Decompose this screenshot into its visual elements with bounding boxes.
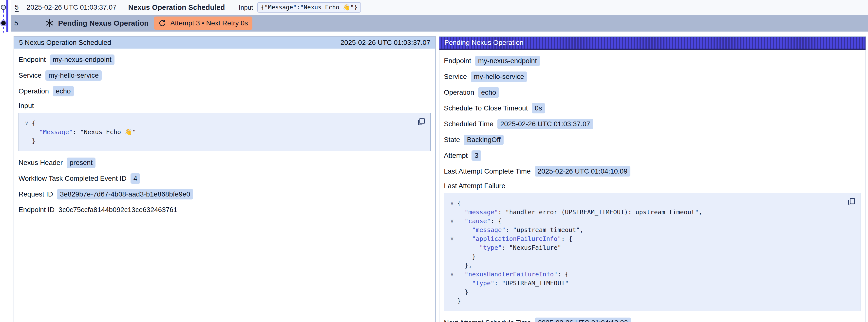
- field-input: Input ∨ { "Message": "Nexus Echo 👋" }: [19, 102, 431, 151]
- field-value-badge: 2025-02-26 UTC 01:04:13.93: [535, 318, 631, 322]
- copy-icon[interactable]: [847, 197, 856, 206]
- retry-badge-label: Attempt 3 • Next Retry 0s: [170, 19, 248, 27]
- pending-asterisk-icon: [45, 19, 54, 28]
- event-detail-panels: 5 Nexus Operation Scheduled 2025-02-26 U…: [13, 36, 866, 322]
- event-detail-header: 5 Nexus Operation Scheduled 2025-02-26 U…: [14, 37, 435, 49]
- collapse-toggle-icon[interactable]: ∨: [447, 200, 457, 206]
- pending-operation-fields: Endpoint my-nexus-endpoint Service my-he…: [439, 50, 866, 322]
- event-history-rows: 5 2025-02-26 UTC 01:03:37.07 Nexus Opera…: [11, 0, 868, 32]
- event-id-link[interactable]: 5: [15, 3, 19, 11]
- code-line: "message": "upstream timeout",: [447, 225, 843, 234]
- code-lines: ∨ { "Message": "Nexus Echo 👋" }: [22, 119, 413, 145]
- json-code-block: ∨ { "message": "handler error (UPSTREAM_…: [444, 193, 861, 311]
- event-detail-title: 5 Nexus Operation Scheduled: [19, 39, 111, 46]
- field-label: Schedule To Close Timeout: [444, 104, 528, 112]
- field-endpoint-id: Endpoint ID 3c0c75ccfa8144b092c13ce63246…: [19, 205, 431, 215]
- field-schedule-to-close-timeout: Schedule To Close Timeout 0s: [444, 103, 861, 114]
- event-row-nexus-operation-scheduled[interactable]: 5 2025-02-26 UTC 01:03:37.07 Nexus Opera…: [11, 0, 868, 15]
- field-value-badge: my-hello-service: [471, 71, 527, 82]
- code-line: }: [447, 296, 843, 305]
- field-last-attempt-failure: Last Attempt Failure ∨ { "message": "han…: [444, 182, 861, 311]
- field-service: Service my-hello-service: [444, 71, 861, 82]
- field-request-id: Request ID 3e829b7e-7d67-4b08-aad3-b1e86…: [19, 189, 431, 199]
- collapse-toggle-icon[interactable]: ∨: [447, 236, 457, 242]
- code-line: ∨ {: [22, 119, 413, 127]
- pending-operation-panel: Pending Nexus Operation Endpoint my-nexu…: [439, 36, 866, 322]
- event-title: Nexus Operation Scheduled: [128, 3, 225, 11]
- field-label: Scheduled Time: [444, 120, 493, 128]
- field-label: Last Attempt Failure: [444, 182, 857, 190]
- field-nexus-header: Nexus Header present: [19, 158, 431, 168]
- field-label: Nexus Header: [19, 159, 63, 167]
- field-next-attempt-schedule-time: Next Attempt Schedule Time 2025-02-26 UT…: [444, 318, 861, 322]
- code-line: "Message": "Nexus Echo 👋": [22, 127, 413, 136]
- field-label: Next Attempt Schedule Time: [444, 319, 531, 322]
- event-row-pending-nexus-operation[interactable]: 5 Pending Nexus Operation Attempt 3 • Ne…: [11, 15, 868, 32]
- json-code-block: ∨ { "Message": "Nexus Echo 👋" }: [19, 113, 431, 151]
- code-line: ∨ "applicationFailureInfo": {: [447, 234, 843, 243]
- pending-operation-title: Pending Nexus Operation: [444, 39, 524, 46]
- event-title: Pending Nexus Operation: [58, 19, 149, 27]
- input-preview-chip: {"Message":"Nexus Echo 👋"}: [257, 2, 361, 12]
- timeline-rail: [0, 0, 11, 37]
- field-operation: Operation echo: [19, 86, 431, 96]
- retry-icon: [158, 19, 166, 27]
- field-value-badge: BackingOff: [464, 135, 503, 145]
- event-id-link[interactable]: 5: [14, 19, 18, 27]
- field-value-link[interactable]: 3c0c75ccfa8144b092c13ce632463761: [59, 206, 177, 214]
- event-dot-scheduled: [1, 5, 6, 10]
- event-detail-fields: Endpoint my-nexus-endpoint Service my-he…: [14, 49, 435, 226]
- event-detail-panel: 5 Nexus Operation Scheduled 2025-02-26 U…: [13, 36, 436, 322]
- field-label: Last Attempt Complete Time: [444, 167, 531, 175]
- retry-attempt-badge: Attempt 3 • Next Retry 0s: [154, 17, 252, 30]
- code-line: "type": "UPSTREAM_TIMEOUT": [447, 279, 843, 288]
- field-endpoint: Endpoint my-nexus-endpoint: [19, 55, 431, 65]
- field-value-badge: my-nexus-endpoint: [50, 55, 115, 65]
- event-dot-pending-selected: [1, 21, 6, 25]
- field-value-badge: 3: [471, 151, 482, 161]
- field-label: Request ID: [19, 190, 53, 198]
- code-line: }: [447, 252, 843, 261]
- field-value-badge: 3e829b7e-7d67-4b08-aad3-b1e868bfe9e0: [57, 189, 193, 199]
- field-value-badge: 0s: [532, 103, 545, 114]
- field-label: Endpoint ID: [19, 206, 55, 214]
- event-time: 2025-02-26 UTC 01:03:37.07: [27, 3, 117, 11]
- input-label: Input: [239, 4, 253, 11]
- field-endpoint: Endpoint my-nexus-endpoint: [444, 56, 861, 66]
- field-label: Operation: [19, 87, 49, 95]
- field-value-badge: my-hello-service: [45, 70, 102, 80]
- active-event-indicator-bar: [6, 0, 8, 32]
- field-label: State: [444, 136, 460, 144]
- field-label: Attempt: [444, 152, 468, 160]
- code-line: }: [447, 288, 843, 296]
- field-value-badge: 4: [130, 173, 141, 184]
- field-last-attempt-complete-time: Last Attempt Complete Time 2025-02-26 UT…: [444, 166, 861, 176]
- field-label: Operation: [444, 89, 474, 96]
- field-label: Service: [444, 73, 467, 80]
- field-attempt: Attempt 3: [444, 151, 861, 161]
- field-label: Input: [19, 102, 427, 110]
- code-line: ∨ "nexusHandlerFailureInfo": {: [447, 270, 843, 279]
- field-workflow-task-completed-event-id: Workflow Task Completed Event ID 4: [19, 173, 431, 184]
- code-line: ∨ {: [447, 199, 843, 207]
- collapse-toggle-icon[interactable]: ∨: [447, 271, 457, 277]
- code-line: }: [22, 136, 413, 145]
- collapse-toggle-icon[interactable]: ∨: [447, 218, 457, 224]
- field-label: Service: [19, 71, 41, 79]
- field-value-badge: echo: [53, 86, 74, 96]
- code-lines: ∨ { "message": "handler error (UPSTREAM_…: [447, 199, 843, 305]
- field-value-badge: present: [67, 158, 95, 168]
- field-service: Service my-hello-service: [19, 70, 431, 80]
- field-operation: Operation echo: [444, 87, 861, 98]
- field-scheduled-time: Scheduled Time 2025-02-26 UTC 01:03:37.0…: [444, 119, 861, 129]
- pending-operation-header: Pending Nexus Operation: [439, 37, 866, 50]
- code-line: },: [447, 261, 843, 270]
- code-line: "type": "NexusFailure": [447, 243, 843, 252]
- copy-icon[interactable]: [416, 117, 425, 126]
- collapse-toggle-icon[interactable]: ∨: [22, 120, 32, 126]
- field-state: State BackingOff: [444, 135, 861, 145]
- field-label: Endpoint: [444, 57, 471, 65]
- event-detail-time: 2025-02-26 UTC 01:03:37.07: [340, 39, 430, 46]
- code-line: "message": "handler error (UPSTREAM_TIME…: [447, 207, 843, 217]
- field-label: Endpoint: [19, 56, 46, 64]
